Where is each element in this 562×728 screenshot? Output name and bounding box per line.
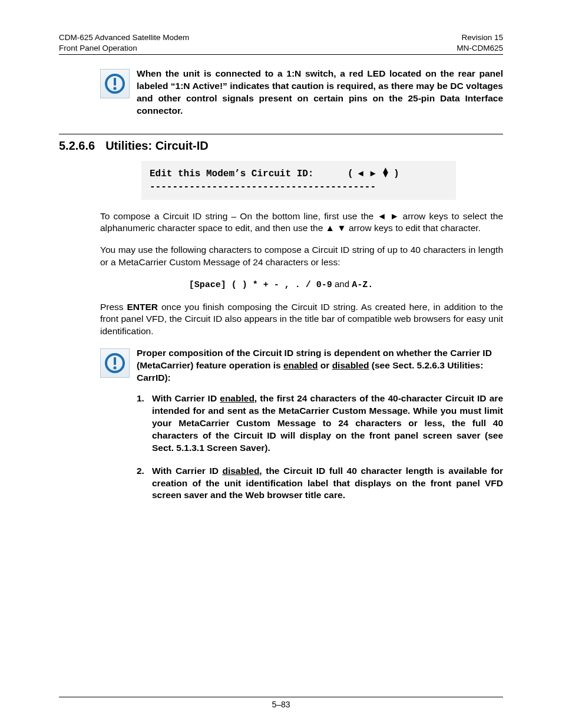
allowed-chars-period: .	[368, 280, 373, 290]
lcd-paren-open: (	[348, 169, 353, 179]
lcd-line-2: ----------------------------------------	[150, 182, 376, 192]
numbered-list: 1. With Carrier ID enabled, the first 24…	[137, 393, 503, 502]
list-number: 1.	[137, 393, 152, 454]
p1-pre: To compose a Circuit ID string – On the …	[100, 211, 377, 221]
section-number: 5.2.6.6	[59, 139, 95, 153]
list-item: 2. With Carrier ID disabled, the Circuit…	[137, 465, 503, 502]
section-rule	[59, 134, 503, 134]
section-heading: 5.2.6.6 Utilities: Circuit-ID	[59, 139, 503, 153]
left-right-arrow-icons: ◄ ►	[377, 211, 399, 221]
caution-icon	[100, 348, 130, 378]
allowed-chars: [Space] ( ) * + - , . / 0-9 and A-Z.	[59, 278, 503, 291]
allowed-chars-and: and	[332, 279, 352, 289]
p3-post: once you finish composing the Circuit ID…	[100, 302, 503, 337]
lcd-arrow-icons: ◄ ► ▲▼	[353, 168, 394, 178]
list-text: With Carrier ID disabled, the Circuit ID…	[152, 465, 503, 502]
lcd-display: Edit this Modem’s Circuit ID: ( ◄ ► ▲▼ )…	[141, 161, 456, 200]
li0-underline: enabled	[220, 393, 254, 403]
paragraph-2: You may use the following characters to …	[100, 244, 503, 269]
note2-disabled: disabled	[332, 360, 369, 370]
footer-rule	[59, 697, 503, 697]
header-left: CDM-625 Advanced Satellite Modem Front P…	[59, 32, 189, 53]
list-item: 1. With Carrier ID enabled, the first 24…	[137, 393, 503, 454]
svg-rect-1	[114, 78, 116, 85]
page: CDM-625 Advanced Satellite Modem Front P…	[0, 0, 562, 728]
svg-point-5	[113, 367, 116, 370]
section-title: Utilities: Circuit-ID	[105, 139, 208, 153]
paragraph-3: Press ENTER once you finish composing th…	[100, 301, 503, 338]
caution-note-1: When the unit is connected to a 1:N swit…	[100, 68, 503, 117]
svg-point-2	[113, 87, 116, 90]
up-down-arrow-icons: ▲ ▼	[326, 223, 346, 233]
header-left-1: CDM-625 Advanced Satellite Modem	[59, 33, 189, 42]
header-right-1: Revision 15	[461, 33, 503, 42]
paragraph-1: To compose a Circuit ID string – On the …	[100, 210, 503, 235]
li1-pre: With Carrier ID	[152, 466, 222, 476]
page-header: CDM-625 Advanced Satellite Modem Front P…	[59, 32, 503, 55]
caution-note-1-text: When the unit is connected to a 1:N swit…	[137, 68, 503, 117]
allowed-chars-mono: [Space] ( ) * + - , . / 0-9	[189, 280, 332, 290]
header-right: Revision 15 MN-CDM625	[457, 32, 503, 53]
note2-enabled: enabled	[283, 360, 318, 370]
page-footer: 5–83	[59, 697, 503, 709]
li1-underline: disabled	[222, 466, 259, 476]
li0-pre: With Carrier ID	[152, 393, 220, 403]
p3-pre: Press	[100, 302, 127, 312]
caution-icon	[100, 69, 130, 98]
list-number: 2.	[137, 465, 152, 502]
allowed-chars-az: A-Z	[352, 280, 368, 290]
enter-key-label: ENTER	[127, 302, 158, 312]
p1-post: arrow keys to edit that character.	[346, 223, 481, 233]
header-right-2: MN-CDM625	[457, 44, 503, 52]
header-left-2: Front Panel Operation	[59, 44, 137, 52]
lcd-paren-close: )	[394, 169, 399, 179]
page-number: 5–83	[272, 700, 290, 709]
list-text: With Carrier ID enabled, the first 24 ch…	[152, 393, 503, 454]
caution-note-2-text: Proper composition of the Circuit ID str…	[137, 347, 503, 384]
svg-rect-4	[114, 357, 116, 365]
lcd-line-1-text: Edit this Modem’s Circuit ID:	[150, 169, 313, 179]
caution-note-2: Proper composition of the Circuit ID str…	[100, 347, 503, 384]
note2-or: or	[318, 360, 332, 370]
